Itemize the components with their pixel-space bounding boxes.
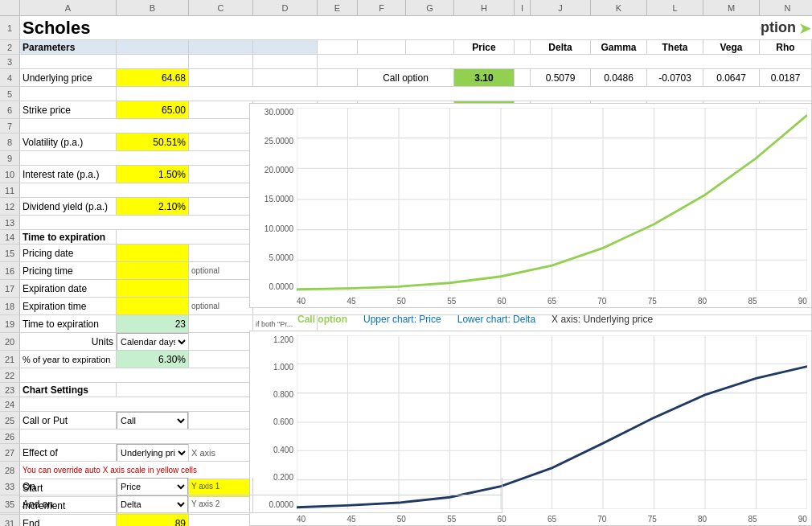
- title-span-l: [647, 16, 703, 40]
- col-h-header: H: [454, 0, 515, 15]
- exp-time-value[interactable]: [117, 298, 189, 315]
- exp-date-value[interactable]: [117, 280, 189, 298]
- call-option-label: Call option: [358, 69, 454, 87]
- x-axis-chart-label: X axis: Underlying price: [552, 314, 653, 325]
- time-to-exp-value: 23: [117, 315, 189, 333]
- interest-value[interactable]: 1.50%: [117, 166, 189, 183]
- underlying-price-value[interactable]: 64.68: [117, 69, 189, 87]
- theta-header: Theta: [647, 40, 703, 55]
- chart-settings-header: Chart Settings: [20, 383, 117, 397]
- row-4: 4 Underlying price 64.68 Call option 3.1…: [0, 69, 812, 87]
- col-l-header: L: [647, 0, 703, 15]
- col-g-header: G: [406, 0, 454, 15]
- pricing-time-optional: optional: [189, 262, 253, 280]
- col-i-header: I: [515, 0, 531, 15]
- lower-x-axis: 40 45 50 55 60 65 70 75 80 85 90: [297, 515, 807, 524]
- upper-chart: 30.0000 25.0000 20.0000 15.0000 10.0000 …: [249, 103, 812, 308]
- title-span-m: [703, 16, 760, 40]
- chart-legend: Call option Upper chart: Price Lower cha…: [249, 308, 812, 331]
- row-2: 2 Parameters Price Delta Gamma Theta Veg…: [0, 40, 812, 55]
- pct-year-value: 6.30%: [117, 351, 189, 368]
- title-span-g: [406, 16, 454, 40]
- call-gamma: 0.0486: [591, 69, 647, 87]
- logo-cell: macroption ➤: [760, 16, 812, 40]
- title-span-e: [318, 16, 358, 40]
- time-exp-header: Time to expiration: [20, 230, 117, 245]
- chart-call-label: Call option: [297, 314, 347, 325]
- pricing-date-value[interactable]: [117, 245, 189, 262]
- rho-header: Rho: [760, 40, 812, 55]
- logo-arrow-icon: ➤: [798, 18, 812, 38]
- dividend-label: Dividend yield (p.a.): [20, 198, 117, 216]
- title-span-h: [454, 16, 515, 40]
- units-dropdown-cell[interactable]: Calendar days Trading days: [117, 333, 189, 351]
- call-delta: 0.5079: [531, 69, 591, 87]
- pricing-time-label: Pricing time: [20, 262, 117, 280]
- override-note: You can override auto X axis scale in ye…: [20, 462, 253, 479]
- col-m-header: M: [703, 0, 760, 15]
- strike-price-value[interactable]: 65.00: [117, 101, 189, 119]
- volatility-value[interactable]: 50.51%: [117, 134, 189, 151]
- upper-chart-svg: [297, 108, 807, 291]
- on-dropdown-cell[interactable]: Price Delta Gamma Theta Vega Rho: [117, 478, 189, 495]
- exp-time-label: Expiration time: [20, 298, 117, 315]
- title-span-d: [253, 16, 318, 40]
- call-put-select[interactable]: Call Put: [117, 412, 188, 429]
- charts-container: 30.0000 25.0000 20.0000 15.0000 10.0000 …: [249, 103, 812, 526]
- pct-year-label: % of year to expiration: [20, 351, 117, 368]
- col-f-header: F: [358, 0, 406, 15]
- row-3: 3: [0, 55, 812, 69]
- row-35: 35 And on Delta Price Gamma Theta Vega R…: [0, 495, 812, 513]
- effect-of-dropdown-cell[interactable]: Underlying price Volatility Time: [117, 444, 189, 462]
- call-vega: 0.0647: [703, 69, 760, 87]
- params-header: Parameters: [20, 40, 117, 55]
- dividend-value[interactable]: 2.10%: [117, 198, 189, 216]
- title-span-b: [117, 16, 189, 40]
- call-put-dropdown-cell[interactable]: Call Put: [117, 412, 189, 429]
- title-span-f: [358, 16, 406, 40]
- col-a-header: A: [20, 0, 117, 15]
- call-rho: 0.0187: [760, 69, 812, 87]
- column-headers: A B C D E F G H I J K L M N O: [0, 0, 812, 16]
- corner-cell: [0, 0, 20, 15]
- title-span-k: [591, 16, 647, 40]
- call-theta: -0.0703: [647, 69, 703, 87]
- pricing-time-value[interactable]: [117, 262, 189, 280]
- and-on-label: And on: [20, 495, 117, 513]
- row-1-num: 1: [0, 16, 20, 40]
- delta-header: Delta: [531, 40, 591, 55]
- exp-date-label: Expiration date: [20, 280, 117, 298]
- effect-of-select[interactable]: Underlying price Volatility Time: [117, 444, 189, 462]
- units-label: Units: [20, 333, 117, 351]
- on-select[interactable]: Price Delta Gamma Theta Vega Rho: [117, 478, 188, 495]
- end-value[interactable]: 89: [117, 515, 189, 526]
- underlying-price-label: Underlying price: [20, 69, 117, 87]
- logo-text: macroption: [760, 19, 796, 36]
- upper-x-axis: 40 45 50 55 60 65 70 75 80 85 90: [297, 297, 807, 306]
- col-d-header: D: [253, 0, 318, 15]
- y-axis2-label: Y axis 2: [189, 495, 253, 513]
- row-33: 33 On Price Delta Gamma Theta Vega Rho Y…: [0, 478, 812, 495]
- col-b-header: B: [117, 0, 189, 15]
- exp-time-optional: optional: [189, 298, 253, 315]
- and-on-select[interactable]: Delta Price Gamma Theta Vega Rho: [117, 495, 188, 513]
- row-5: 5: [0, 87, 812, 101]
- y-axis1-label: Y axis 1: [189, 478, 253, 495]
- upper-y-axis: 30.0000 25.0000 20.0000 15.0000 10.0000 …: [252, 108, 293, 291]
- col-j-header: J: [531, 0, 591, 15]
- call-put-label: Call or Put: [20, 412, 117, 429]
- upper-chart-label: Upper chart: Price: [363, 314, 441, 325]
- title-span-i: [515, 16, 531, 40]
- col-n-header: N: [760, 0, 812, 15]
- end-label: End: [20, 515, 117, 526]
- units-select[interactable]: Calendar days Trading days: [117, 333, 189, 351]
- col-e-header: E: [318, 0, 358, 15]
- row-2-num: 2: [0, 40, 20, 55]
- title-span-c: [189, 16, 253, 40]
- interest-label: Interest rate (p.a.): [20, 166, 117, 183]
- volatility-label: Volatility (p.a.): [20, 134, 117, 151]
- row-3-num: 3: [0, 55, 20, 69]
- and-on-dropdown-cell[interactable]: Delta Price Gamma Theta Vega Rho: [117, 495, 189, 513]
- title-cell: Black-Scholes Calculator: [20, 16, 117, 40]
- call-price: 3.10: [454, 69, 515, 87]
